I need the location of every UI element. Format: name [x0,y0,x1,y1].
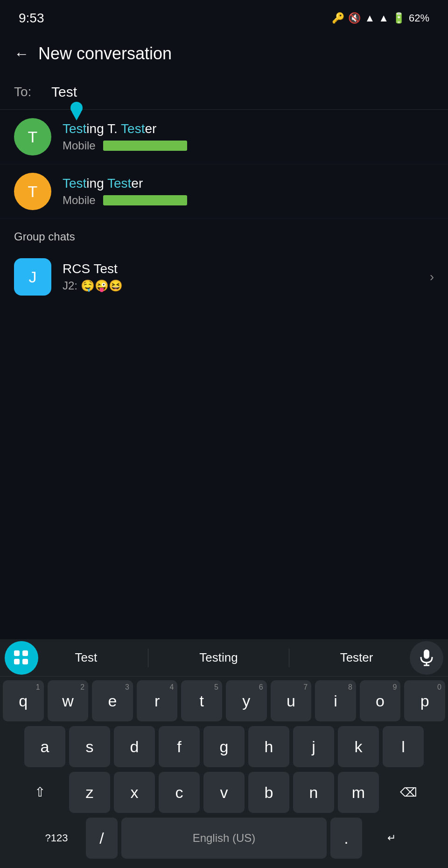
key-z[interactable]: z [69,772,110,813]
avatar: T [14,118,51,155]
backspace-key[interactable]: ⌫ [383,772,434,813]
emoji-keyboard-button[interactable] [5,641,38,675]
key-u[interactable]: 7u [271,680,312,721]
to-label: To: [14,85,42,99]
key-f[interactable]: f [159,726,200,767]
name-highlight-2: Test [121,121,145,136]
name-highlight: Test [63,176,86,191]
wifi-icon: ▲ [364,12,375,24]
divider [148,649,148,667]
svg-marker-1 [72,112,81,120]
key-r[interactable]: 4r [137,680,178,721]
forward-slash-key[interactable]: / [86,818,118,859]
mobile-label: Mobile [63,139,96,152]
key-p[interactable]: 0p [404,680,445,721]
phone-number-bar [103,195,187,205]
key-l[interactable]: l [383,726,424,767]
suggestion-info: Testing T. Tester Mobile [63,121,434,152]
mute-icon: 🔇 [348,12,361,24]
key-row-1: 1q 2w 3e 4r 5t 6y 7u 8i 9o 0p [3,680,445,721]
key-b[interactable]: b [248,772,289,813]
key-x[interactable]: x [114,772,155,813]
mobile-label: Mobile [63,194,96,207]
key-s[interactable]: s [69,726,110,767]
key-a[interactable]: a [24,726,65,767]
key-row-3: ⇧ z x c v b n m ⌫ [3,772,445,813]
battery-icon: 🔋 [392,12,405,24]
key-n[interactable]: n [293,772,334,813]
name-highlight: Test [63,121,86,136]
group-avatar: J [14,258,51,296]
period-key[interactable]: . [330,818,362,859]
key-icon: 🔑 [332,12,344,24]
key-row-2: a s d f g h j k l [3,726,445,767]
group-chats-header: Group chats [0,219,448,250]
key-h[interactable]: h [248,726,289,767]
group-name: RCS Test [63,261,430,276]
to-input-value: Test [51,84,77,100]
header: ← New conversation [0,33,448,75]
suggestions-list: T Testing T. Tester Mobile T Testing Tes… [0,110,448,219]
status-icons: 🔑 🔇 ▲ ▲ 🔋 62% [332,12,429,24]
group-chat-item[interactable]: J RCS Test J2: 🤤😜😆 › [0,250,448,304]
group-sub: J2: 🤤😜😆 [63,279,430,292]
shift-key[interactable]: ⇧ [14,772,65,813]
key-e[interactable]: 3e [92,680,133,721]
suggestion-info: Testing Tester Mobile [63,176,434,207]
status-time: 9:53 [19,11,44,26]
to-field: To: Test [0,75,448,110]
keyboard-rows: 1q 2w 3e 4r 5t 6y 7u 8i 9o 0p a s d f g … [0,677,448,868]
name-highlight-2: Test [107,176,131,191]
prediction-tester[interactable]: Tester [331,646,383,670]
group-info: RCS Test J2: 🤤😜😆 [63,261,430,292]
svg-rect-2 [424,649,429,659]
battery-percent: 62% [409,12,429,24]
chevron-right-icon: › [430,269,434,284]
page-title: New conversation [38,44,172,64]
prediction-test[interactable]: Test [66,646,107,670]
status-bar: 9:53 🔑 🔇 ▲ ▲ 🔋 62% [0,0,448,33]
space-key[interactable]: English (US) [121,818,327,859]
to-input-area[interactable]: Test [51,84,77,100]
back-button[interactable]: ← [14,45,29,63]
prediction-bar: Test Testing Tester [0,639,448,677]
key-j[interactable]: j [293,726,334,767]
key-y[interactable]: 6y [226,680,267,721]
suggestion-sub: Mobile [63,139,434,152]
key-i[interactable]: 8i [315,680,356,721]
empty-space [0,304,448,453]
list-item[interactable]: T Testing T. Tester Mobile [0,110,448,164]
suggestion-sub: Mobile [63,194,434,207]
key-c[interactable]: c [159,772,200,813]
key-w[interactable]: 2w [48,680,89,721]
prediction-testing[interactable]: Testing [190,646,247,670]
phone-number-bar [103,141,187,151]
key-v[interactable]: v [203,772,245,813]
symbols-key[interactable]: ?123 [31,818,82,859]
predictions-row: Test Testing Tester [45,646,403,670]
keyboard-area: Test Testing Tester 1q 2w 3e 4r 5t 6y 7u [0,639,448,868]
suggestion-name: Testing Tester [63,176,434,191]
cursor-indicator [69,102,84,122]
key-g[interactable]: g [203,726,245,767]
signal-icon: ▲ [378,12,389,24]
key-k[interactable]: k [338,726,379,767]
suggestion-name: Testing T. Tester [63,121,434,136]
avatar: T [14,173,51,210]
key-d[interactable]: d [114,726,155,767]
divider [289,649,289,667]
enter-key[interactable]: ↵ [366,818,417,859]
key-row-4: ?123 / English (US) . ↵ [3,818,445,859]
list-item[interactable]: T Testing Tester Mobile [0,164,448,219]
key-t[interactable]: 5t [181,680,222,721]
grid-icon [14,650,29,665]
key-q[interactable]: 1q [3,680,44,721]
key-m[interactable]: m [338,772,379,813]
key-o[interactable]: 9o [360,680,401,721]
microphone-button[interactable] [410,641,443,675]
